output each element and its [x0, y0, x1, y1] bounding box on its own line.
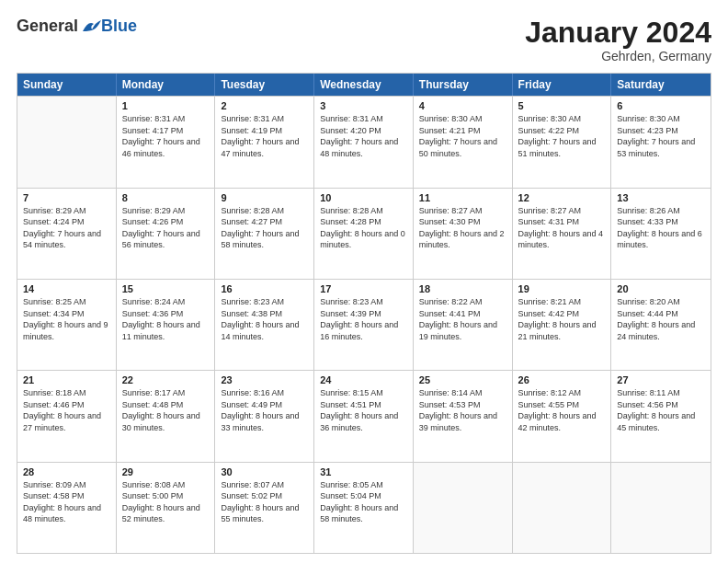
day-info: Sunrise: 8:20 AMSunset: 4:44 PMDaylight:…: [617, 296, 705, 342]
calendar-cell-2-2: 16Sunrise: 8:23 AMSunset: 4:38 PMDayligh…: [215, 280, 314, 370]
calendar-row-3: 21Sunrise: 8:18 AMSunset: 4:46 PMDayligh…: [17, 370, 711, 461]
day-number: 18: [419, 283, 506, 294]
calendar-row-2: 14Sunrise: 8:25 AMSunset: 4:34 PMDayligh…: [17, 279, 711, 370]
day-number: 9: [221, 192, 308, 203]
day-info: Sunrise: 8:26 AMSunset: 4:33 PMDaylight:…: [617, 205, 705, 251]
day-info: Sunrise: 8:27 AMSunset: 4:31 PMDaylight:…: [518, 205, 606, 251]
calendar-cell-0-5: 5Sunrise: 8:30 AMSunset: 4:22 PMDaylight…: [513, 97, 612, 187]
day-info: Sunrise: 8:30 AMSunset: 4:21 PMDaylight:…: [419, 113, 506, 159]
day-number: 4: [419, 100, 506, 111]
header-wednesday: Wednesday: [314, 74, 414, 96]
day-number: 30: [221, 466, 308, 477]
calendar-cell-1-5: 12Sunrise: 8:27 AMSunset: 4:31 PMDayligh…: [513, 189, 612, 279]
month-title: January 2024: [525, 17, 711, 49]
calendar-cell-0-2: 2Sunrise: 8:31 AMSunset: 4:19 PMDaylight…: [215, 97, 314, 187]
day-number: 25: [419, 374, 506, 385]
day-info: Sunrise: 8:31 AMSunset: 4:20 PMDaylight:…: [320, 113, 407, 159]
calendar-cell-2-6: 20Sunrise: 8:20 AMSunset: 4:44 PMDayligh…: [611, 280, 711, 370]
day-info: Sunrise: 8:28 AMSunset: 4:28 PMDaylight:…: [320, 205, 407, 251]
calendar-cell-4-5: [513, 463, 612, 553]
day-number: 21: [23, 374, 110, 385]
header: General Blue January 2024 Gehrden, Germa…: [17, 17, 711, 63]
day-number: 29: [122, 466, 210, 477]
day-number: 14: [23, 283, 110, 294]
day-info: Sunrise: 8:14 AMSunset: 4:53 PMDaylight:…: [419, 387, 506, 433]
logo-blue-text: Blue: [101, 17, 137, 36]
day-number: 19: [518, 283, 606, 294]
day-info: Sunrise: 8:25 AMSunset: 4:34 PMDaylight:…: [23, 296, 110, 342]
day-number: 12: [518, 192, 606, 203]
day-info: Sunrise: 8:07 AMSunset: 5:02 PMDaylight:…: [221, 479, 308, 525]
header-friday: Friday: [513, 74, 612, 96]
location-subtitle: Gehrden, Germany: [525, 49, 711, 63]
title-block: January 2024 Gehrden, Germany: [525, 17, 711, 63]
calendar-cell-4-4: [414, 463, 513, 553]
calendar-cell-0-0: [17, 97, 117, 187]
calendar-cell-3-3: 24Sunrise: 8:15 AMSunset: 4:51 PMDayligh…: [314, 371, 414, 461]
header-sunday: Sunday: [17, 74, 117, 96]
day-info: Sunrise: 8:15 AMSunset: 4:51 PMDaylight:…: [320, 387, 407, 433]
calendar-cell-4-1: 29Sunrise: 8:08 AMSunset: 5:00 PMDayligh…: [117, 463, 216, 553]
day-number: 7: [23, 192, 110, 203]
calendar-cell-1-2: 9Sunrise: 8:28 AMSunset: 4:27 PMDaylight…: [215, 189, 314, 279]
calendar-cell-0-1: 1Sunrise: 8:31 AMSunset: 4:17 PMDaylight…: [117, 97, 216, 187]
calendar-cell-0-3: 3Sunrise: 8:31 AMSunset: 4:20 PMDaylight…: [314, 97, 414, 187]
calendar-cell-4-0: 28Sunrise: 8:09 AMSunset: 4:58 PMDayligh…: [17, 463, 117, 553]
day-info: Sunrise: 8:16 AMSunset: 4:49 PMDaylight:…: [221, 387, 308, 433]
header-tuesday: Tuesday: [215, 74, 314, 96]
day-number: 27: [617, 374, 705, 385]
calendar-cell-1-0: 7Sunrise: 8:29 AMSunset: 4:24 PMDaylight…: [17, 189, 117, 279]
day-number: 2: [221, 100, 308, 111]
day-info: Sunrise: 8:30 AMSunset: 4:23 PMDaylight:…: [617, 113, 705, 159]
calendar-cell-3-5: 26Sunrise: 8:12 AMSunset: 4:55 PMDayligh…: [513, 371, 612, 461]
calendar-cell-0-6: 6Sunrise: 8:30 AMSunset: 4:23 PMDaylight…: [611, 97, 711, 187]
header-saturday: Saturday: [611, 74, 711, 96]
day-info: Sunrise: 8:21 AMSunset: 4:42 PMDaylight:…: [518, 296, 606, 342]
day-number: 15: [122, 283, 210, 294]
calendar-header: Sunday Monday Tuesday Wednesday Thursday…: [17, 74, 711, 96]
calendar-cell-1-3: 10Sunrise: 8:28 AMSunset: 4:28 PMDayligh…: [314, 189, 414, 279]
calendar-row-1: 7Sunrise: 8:29 AMSunset: 4:24 PMDaylight…: [17, 188, 711, 279]
day-info: Sunrise: 8:31 AMSunset: 4:17 PMDaylight:…: [122, 113, 210, 159]
logo-general-text: General: [17, 17, 78, 36]
calendar-cell-3-2: 23Sunrise: 8:16 AMSunset: 4:49 PMDayligh…: [215, 371, 314, 461]
day-info: Sunrise: 8:29 AMSunset: 4:26 PMDaylight:…: [122, 205, 210, 251]
calendar-cell-0-4: 4Sunrise: 8:30 AMSunset: 4:21 PMDaylight…: [414, 97, 513, 187]
calendar-cell-2-4: 18Sunrise: 8:22 AMSunset: 4:41 PMDayligh…: [414, 280, 513, 370]
day-number: 11: [419, 192, 506, 203]
day-info: Sunrise: 8:23 AMSunset: 4:39 PMDaylight:…: [320, 296, 407, 342]
day-info: Sunrise: 8:29 AMSunset: 4:24 PMDaylight:…: [23, 205, 110, 251]
day-info: Sunrise: 8:09 AMSunset: 4:58 PMDaylight:…: [23, 479, 110, 525]
calendar-row-4: 28Sunrise: 8:09 AMSunset: 4:58 PMDayligh…: [17, 462, 711, 553]
day-info: Sunrise: 8:23 AMSunset: 4:38 PMDaylight:…: [221, 296, 308, 342]
calendar-cell-2-5: 19Sunrise: 8:21 AMSunset: 4:42 PMDayligh…: [513, 280, 612, 370]
day-number: 6: [617, 100, 705, 111]
calendar: Sunday Monday Tuesday Wednesday Thursday…: [17, 73, 711, 554]
calendar-cell-4-2: 30Sunrise: 8:07 AMSunset: 5:02 PMDayligh…: [215, 463, 314, 553]
calendar-cell-2-0: 14Sunrise: 8:25 AMSunset: 4:34 PMDayligh…: [17, 280, 117, 370]
calendar-cell-4-6: [611, 463, 711, 553]
day-info: Sunrise: 8:28 AMSunset: 4:27 PMDaylight:…: [221, 205, 308, 251]
day-number: 3: [320, 100, 407, 111]
day-info: Sunrise: 8:30 AMSunset: 4:22 PMDaylight:…: [518, 113, 606, 159]
day-info: Sunrise: 8:12 AMSunset: 4:55 PMDaylight:…: [518, 387, 606, 433]
page: General Blue January 2024 Gehrden, Germa…: [0, 0, 728, 563]
day-info: Sunrise: 8:31 AMSunset: 4:19 PMDaylight:…: [221, 113, 308, 159]
day-number: 13: [617, 192, 705, 203]
day-number: 24: [320, 374, 407, 385]
day-info: Sunrise: 8:24 AMSunset: 4:36 PMDaylight:…: [122, 296, 210, 342]
calendar-cell-3-6: 27Sunrise: 8:11 AMSunset: 4:56 PMDayligh…: [611, 371, 711, 461]
header-monday: Monday: [117, 74, 216, 96]
calendar-cell-4-3: 31Sunrise: 8:05 AMSunset: 5:04 PMDayligh…: [314, 463, 414, 553]
day-number: 1: [122, 100, 210, 111]
day-info: Sunrise: 8:17 AMSunset: 4:48 PMDaylight:…: [122, 387, 210, 433]
day-info: Sunrise: 8:11 AMSunset: 4:56 PMDaylight:…: [617, 387, 705, 433]
logo-bird-icon: [81, 18, 101, 35]
day-info: Sunrise: 8:05 AMSunset: 5:04 PMDaylight:…: [320, 479, 407, 525]
calendar-cell-1-1: 8Sunrise: 8:29 AMSunset: 4:26 PMDaylight…: [117, 189, 216, 279]
calendar-cell-2-3: 17Sunrise: 8:23 AMSunset: 4:39 PMDayligh…: [314, 280, 414, 370]
day-number: 23: [221, 374, 308, 385]
day-number: 28: [23, 466, 110, 477]
day-info: Sunrise: 8:27 AMSunset: 4:30 PMDaylight:…: [419, 205, 506, 251]
calendar-body: 1Sunrise: 8:31 AMSunset: 4:17 PMDaylight…: [17, 96, 711, 553]
